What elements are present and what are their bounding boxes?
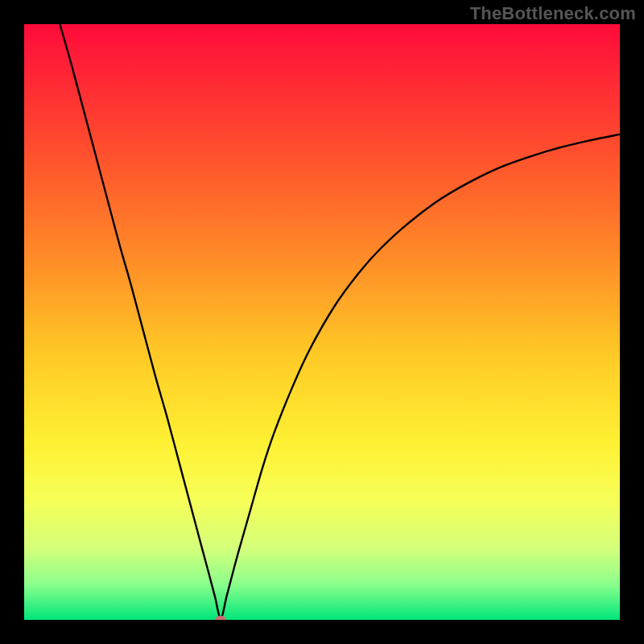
chart-frame: TheBottleneck.com <box>0 0 644 644</box>
chart-svg <box>24 24 620 620</box>
chart-background <box>24 24 620 620</box>
watermark-text: TheBottleneck.com <box>470 3 636 24</box>
plot-area <box>24 24 620 620</box>
